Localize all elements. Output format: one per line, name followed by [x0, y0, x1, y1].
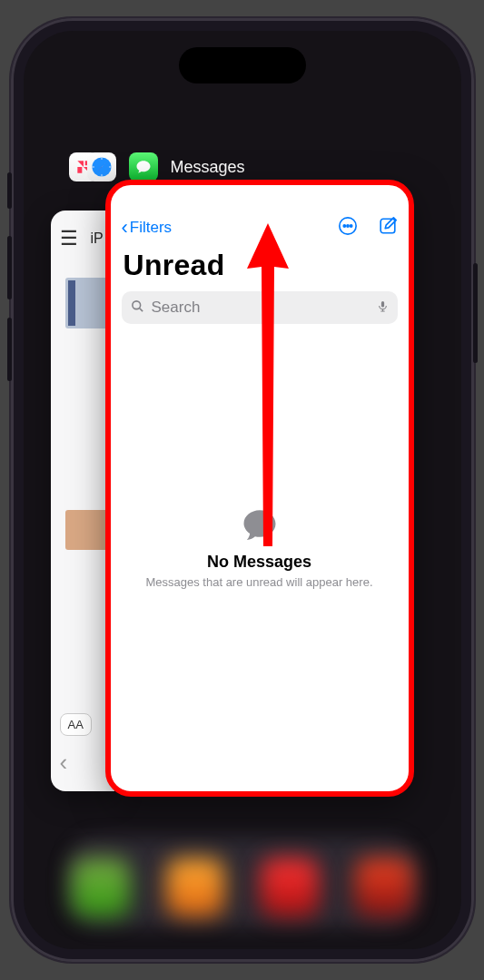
mute-switch[interactable]: [7, 172, 12, 209]
svg-rect-7: [380, 301, 383, 308]
svg-point-2: [343, 225, 345, 227]
dictation-icon[interactable]: [377, 299, 389, 318]
iphone-frame: Messages ☰ iP AA ‹ ‹ Filters: [11, 18, 474, 962]
side-button[interactable]: [473, 263, 478, 363]
empty-subtitle: Messages that are unread will appear her…: [127, 575, 392, 589]
chevron-left-icon: ‹: [122, 218, 128, 238]
volume-up-button[interactable]: [7, 236, 12, 299]
hamburger-icon: ☰: [60, 227, 78, 250]
filters-back-button[interactable]: ‹ Filters: [122, 218, 173, 238]
messages-app-icon: [129, 152, 158, 181]
dynamic-island: [179, 47, 306, 83]
speech-bubble-icon: [239, 505, 281, 547]
empty-title: No Messages: [127, 553, 392, 572]
messages-nav-bar: ‹ Filters: [109, 183, 410, 247]
search-field[interactable]: Search: [122, 291, 398, 324]
messages-title: Unread: [109, 247, 410, 291]
safari-back-icon: ‹: [60, 749, 105, 777]
search-icon: [131, 299, 144, 317]
empty-state: No Messages Messages that are unread wil…: [109, 505, 410, 589]
volume-down-button[interactable]: [7, 318, 12, 381]
app-switcher-app-label: Messages: [171, 158, 245, 177]
compose-button[interactable]: [378, 216, 398, 240]
app-switcher-card-safari[interactable]: ☰ iP AA ‹: [51, 211, 114, 791]
more-button[interactable]: [338, 216, 358, 240]
dock-app-1: [72, 858, 130, 916]
search-placeholder: Search: [152, 299, 370, 317]
svg-point-4: [350, 225, 351, 227]
screen: Messages ☰ iP AA ‹ ‹ Filters: [24, 31, 461, 949]
safari-thumbnail-1: [65, 278, 109, 328]
dock-apps: [24, 858, 461, 916]
dock-app-3: [261, 858, 319, 916]
app-switcher-header: Messages: [69, 152, 245, 181]
text-size-button: AA: [60, 713, 92, 736]
safari-thumbnail-2: [65, 510, 109, 550]
svg-point-0: [92, 157, 111, 176]
svg-point-3: [346, 225, 348, 227]
safari-app-icon: [87, 152, 116, 181]
dock-app-2: [166, 858, 224, 916]
svg-rect-5: [380, 219, 395, 233]
safari-header-text: iP: [91, 230, 104, 247]
app-switcher-card-messages[interactable]: ‹ Filters Unread Search: [109, 183, 410, 793]
dock-app-4: [355, 858, 413, 916]
svg-point-6: [132, 300, 140, 309]
filters-back-label: Filters: [130, 219, 172, 237]
